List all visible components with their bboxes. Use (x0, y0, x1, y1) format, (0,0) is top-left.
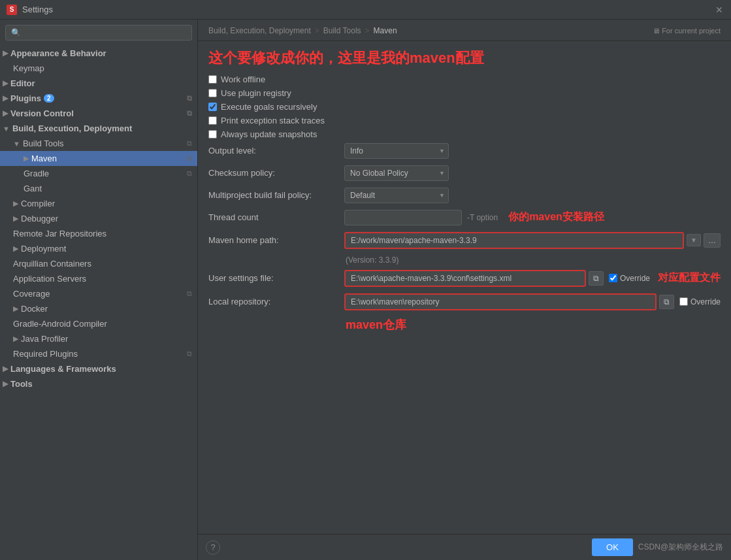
print-exception-checkbox[interactable] (208, 116, 217, 125)
arrow-icon: ▶ (3, 79, 8, 88)
copy-icon: ⧉ (187, 154, 192, 163)
multiproject-row: Multiproject build fail policy: Default … (208, 188, 721, 203)
user-settings-override-checkbox[interactable] (609, 274, 617, 282)
output-level-row: Output level: Info Debug Warn Error (208, 143, 721, 159)
local-repo-label: Local repository: (208, 297, 339, 306)
sidebar-item-label: Arquillian Containers (13, 259, 91, 269)
execute-goals-checkbox[interactable] (208, 103, 217, 111)
maven-home-input[interactable] (344, 232, 684, 249)
sidebar-item-label: Required Plugins (13, 349, 78, 359)
thread-count-input[interactable] (344, 210, 462, 225)
sidebar-item-required-plugins[interactable]: Required Plugins ⧉ (0, 346, 197, 361)
sidebar-item-label: Application Servers (13, 274, 86, 284)
breadcrumb: Build, Execution, Deployment > Build Too… (198, 20, 731, 41)
breadcrumb-part1: Build, Execution, Deployment (208, 26, 311, 35)
use-plugin-registry-checkbox[interactable] (208, 89, 217, 97)
user-settings-browse-btn[interactable]: ⧉ (589, 271, 604, 286)
ok-button[interactable]: OK (592, 538, 633, 556)
sidebar-item-coverage[interactable]: Coverage ⧉ (0, 286, 197, 301)
maven-home-browse-btn[interactable]: … (704, 233, 721, 248)
title-bar: S Settings ✕ (0, 0, 731, 20)
help-button[interactable]: ? (206, 540, 220, 555)
right-panel: Build, Execution, Deployment > Build Too… (198, 20, 731, 560)
arrow-icon: ▼ (3, 125, 10, 133)
local-repo-input[interactable] (344, 293, 657, 310)
user-settings-input[interactable] (344, 270, 586, 287)
local-repo-override: Override (679, 297, 721, 306)
copy-icon: ⧉ (187, 289, 192, 298)
window-controls: ✕ (714, 5, 724, 15)
annotation-config-file: 对应配置文件 (658, 271, 721, 285)
sidebar-item-label: Maven (31, 154, 57, 163)
execute-goals-label: Execute goals recursively (221, 102, 317, 112)
annotation-top: 这个要修改成你的，这里是我的maven配置 (208, 49, 721, 68)
user-settings-label: User settings file: (208, 273, 339, 283)
user-settings-override: Override (609, 274, 650, 283)
sidebar-item-arquillian[interactable]: Arquillian Containers (0, 256, 197, 271)
work-offline-label: Work offline (221, 74, 265, 84)
sidebar-item-editor[interactable]: ▶ Editor (0, 76, 197, 91)
breadcrumb-part2: Build Tools (323, 26, 361, 35)
user-settings-row: User settings file: ⧉ Override 对应配置文件 (208, 270, 721, 287)
sidebar-item-build-tools[interactable]: ▼ Build Tools ⧉ (0, 136, 197, 151)
sidebar-item-app-servers[interactable]: Application Servers (0, 271, 197, 286)
sidebar-item-maven[interactable]: ▶ Maven ⧉ (0, 151, 197, 166)
multiproject-select[interactable]: Default Fail at End Never Fail (344, 188, 449, 203)
sidebar-item-plugins[interactable]: ▶ Plugins 2 ⧉ (0, 91, 197, 106)
csdn-label: CSDN@架构师全栈之路 (638, 542, 723, 553)
sidebar-item-compiler[interactable]: ▶ Compiler (0, 196, 197, 211)
output-level-select-wrapper: Info Debug Warn Error (344, 143, 449, 159)
sidebar-item-docker[interactable]: ▶ Docker (0, 301, 197, 316)
checksum-select-wrapper: No Global Policy Fail Warn (344, 165, 449, 181)
maven-home-row: Maven home path: ▼ … (208, 232, 721, 249)
sidebar-item-label: Debugger (21, 214, 58, 223)
sidebar-item-build-execution[interactable]: ▼ Build, Execution, Deployment (0, 121, 197, 136)
arrow-icon: ▶ (3, 109, 8, 118)
checksum-policy-select[interactable]: No Global Policy Fail Warn (344, 165, 449, 181)
copy-icon: ⧉ (187, 169, 192, 178)
sidebar-item-label: Gant (24, 184, 42, 193)
work-offline-row: Work offline (208, 74, 721, 84)
sidebar-item-keymap[interactable]: Keymap (0, 61, 197, 76)
work-offline-checkbox[interactable] (208, 75, 217, 84)
maven-home-dropdown-btn[interactable]: ▼ (687, 234, 701, 246)
bottom-bar: ? OK CSDN@架构师全栈之路 (198, 534, 731, 560)
panel-body: 这个要修改成你的，这里是我的maven配置 Work offline Use p… (198, 41, 731, 534)
sidebar-item-label: Keymap (13, 63, 44, 73)
for-project-label: 🖥 For current project (653, 27, 721, 35)
sidebar-item-tools[interactable]: ▶ Tools (0, 376, 197, 391)
bottom-buttons: OK CSDN@架构师全栈之路 (592, 538, 723, 556)
maven-home-label: Maven home path: (208, 235, 339, 245)
sidebar-item-version-control[interactable]: ▶ Version Control ⧉ (0, 106, 197, 121)
sidebar-item-appearance[interactable]: ▶ Appearance & Behavior (0, 46, 197, 61)
settings-window: S Settings ✕ ▶ Appearance & Behavior Key… (0, 0, 731, 560)
arrow-icon: ▶ (24, 154, 29, 163)
sidebar-item-label: Remote Jar Repositories (13, 229, 106, 239)
sidebar-item-label: Tools (10, 379, 33, 389)
sidebar-item-debugger[interactable]: ▶ Debugger (0, 211, 197, 226)
sidebar-item-deployment[interactable]: ▶ Deployment (0, 241, 197, 256)
sidebar-item-languages[interactable]: ▶ Languages & Frameworks (0, 361, 197, 376)
sidebar-item-gant[interactable]: Gant (0, 181, 197, 196)
always-update-checkbox[interactable] (208, 130, 217, 139)
local-repo-browse-btn[interactable]: ⧉ (659, 295, 674, 309)
copy-icon: ⧉ (187, 109, 192, 118)
sidebar-item-remote-jar[interactable]: Remote Jar Repositories (0, 226, 197, 241)
sidebar-item-gradle[interactable]: Gradle ⧉ (0, 166, 197, 181)
sidebar-item-label: Languages & Frameworks (10, 364, 116, 374)
execute-goals-row: Execute goals recursively (208, 102, 721, 112)
copy-icon: ⧉ (187, 139, 192, 148)
close-button[interactable]: ✕ (714, 5, 724, 15)
local-repo-override-checkbox[interactable] (679, 297, 688, 306)
maven-home-path-row: ▼ … (344, 232, 721, 249)
sidebar-item-label: Java Profiler (21, 334, 68, 344)
sidebar-item-label: Gradle-Android Compiler (13, 319, 107, 329)
sidebar-item-java-profiler[interactable]: ▶ Java Profiler (0, 331, 197, 346)
breadcrumb-sep2: > (365, 26, 370, 35)
arrow-icon: ▼ (13, 140, 20, 148)
sidebar: ▶ Appearance & Behavior Keymap ▶ Editor … (0, 20, 198, 560)
sidebar-item-gradle-android[interactable]: Gradle-Android Compiler (0, 316, 197, 331)
search-input[interactable] (5, 25, 192, 41)
output-level-select[interactable]: Info Debug Warn Error (344, 143, 449, 159)
sidebar-item-label: Compiler (21, 199, 55, 208)
